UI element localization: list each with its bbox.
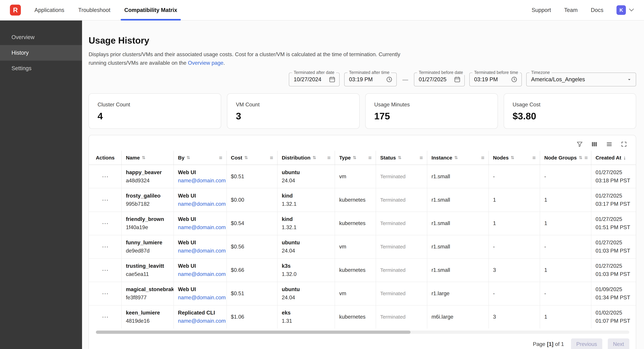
- cell-actions: ⋯: [89, 259, 122, 282]
- column-header-type[interactable]: Type ⇅ ≡: [335, 151, 376, 165]
- column-menu-icon[interactable]: ≡: [327, 155, 331, 161]
- created-date: 01/27/2025: [596, 262, 633, 270]
- sort-icon[interactable]: ⇅: [398, 155, 402, 160]
- calendar-icon[interactable]: [329, 76, 336, 83]
- cell-type: kubernetes: [335, 212, 376, 235]
- nav-item-troubleshoot[interactable]: Troubleshoot: [74, 0, 114, 20]
- nav-item-compatibility-matrix[interactable]: Compatibility Matrix: [121, 0, 181, 20]
- created-by-email-link[interactable]: name@domain.com: [178, 177, 222, 185]
- created-by-email-link[interactable]: name@domain.com: [178, 200, 222, 208]
- column-header-distribution[interactable]: Distribution ⇅ ≡: [278, 151, 335, 165]
- column-menu-icon[interactable]: ≡: [368, 155, 372, 161]
- row-actions-button[interactable]: ⋯: [102, 197, 108, 203]
- column-menu-icon[interactable]: ≡: [532, 155, 536, 161]
- sort-icon[interactable]: ⇅: [142, 155, 146, 160]
- primary-nav: Applications Troubleshoot Compatibility …: [31, 0, 181, 20]
- type-value: kubernetes: [339, 219, 372, 227]
- row-actions-button[interactable]: ⋯: [102, 173, 108, 180]
- cluster-name: magical_stonebraker: [126, 285, 169, 294]
- cell-status: Terminated: [376, 306, 427, 329]
- row-actions-button[interactable]: ⋯: [102, 290, 108, 297]
- column-menu-icon[interactable]: ≡: [270, 155, 273, 161]
- cluster-id: 1f40a19e: [126, 223, 169, 232]
- column-header-status[interactable]: Status ⇅ ≡: [376, 151, 427, 165]
- timezone-select[interactable]: Timezone America/Los_Angeles: [526, 72, 636, 87]
- cell-distribution: ubuntu 24.04: [278, 235, 335, 258]
- created-by-email-link[interactable]: name@domain.com: [178, 270, 222, 278]
- sort-icon[interactable]: ⇅: [579, 155, 582, 160]
- cell-cost: $0.51: [227, 282, 278, 305]
- column-header-created-at[interactable]: Created At ↓: [591, 151, 636, 165]
- column-header-cost[interactable]: Cost ⇅ ≡: [227, 151, 278, 165]
- status-badge: Terminated: [380, 267, 423, 273]
- node-groups-value: -: [544, 289, 587, 298]
- replicated-logo[interactable]: R: [10, 4, 21, 16]
- sidebar-item-settings[interactable]: Settings: [0, 61, 82, 76]
- row-actions-button[interactable]: ⋯: [102, 244, 108, 250]
- row-actions-button[interactable]: ⋯: [102, 314, 108, 320]
- cell-node-groups: 1: [540, 259, 591, 282]
- terminated-before-time-field[interactable]: Terminated before time 03:19 PM: [469, 72, 522, 87]
- nav-link-team[interactable]: Team: [564, 7, 578, 13]
- stat-label: Cluster Count: [98, 102, 212, 108]
- top-navbar: R Applications Troubleshoot Compatibilit…: [0, 0, 644, 20]
- sort-icon[interactable]: ⇅: [454, 155, 458, 160]
- column-menu-icon[interactable]: ≡: [219, 155, 222, 161]
- sort-desc-icon[interactable]: ↓: [623, 155, 626, 161]
- column-header-name[interactable]: Name ⇅: [122, 151, 174, 165]
- sidebar-item-history[interactable]: History: [0, 45, 82, 61]
- cell-name: keen_lumiere 4819de16: [122, 306, 174, 329]
- nodes-value: 3: [493, 266, 536, 274]
- avatar[interactable]: K: [616, 5, 626, 15]
- column-header-node-groups[interactable]: Node Groups ⇅ ≡: [540, 151, 591, 165]
- next-page-button[interactable]: Next: [608, 339, 630, 349]
- cell-status: Terminated: [376, 235, 427, 258]
- created-by-email-link[interactable]: name@domain.com: [178, 317, 222, 325]
- column-menu-icon[interactable]: ≡: [584, 155, 588, 161]
- cluster-count-card: Cluster Count 4: [88, 93, 221, 129]
- cell-distribution: ubuntu 24.04: [278, 165, 335, 188]
- nav-link-support[interactable]: Support: [532, 7, 551, 13]
- clock-icon[interactable]: [386, 76, 393, 83]
- columns-button[interactable]: [591, 140, 598, 148]
- column-header-instance[interactable]: Instance ⇅ ≡: [427, 151, 489, 165]
- previous-page-button[interactable]: Previous: [571, 339, 602, 349]
- sort-icon[interactable]: ⇅: [312, 155, 316, 160]
- created-by-email-link[interactable]: name@domain.com: [178, 294, 222, 302]
- column-header-nodes[interactable]: Nodes ⇅ ≡: [489, 151, 540, 165]
- nav-link-docs[interactable]: Docs: [591, 7, 604, 13]
- sort-icon[interactable]: ⇅: [244, 155, 248, 160]
- row-actions-button[interactable]: ⋯: [102, 220, 108, 227]
- fullscreen-button[interactable]: [620, 140, 628, 148]
- overview-page-link[interactable]: Overview page: [188, 60, 224, 66]
- scrollbar-thumb[interactable]: [96, 331, 410, 334]
- distribution-version: 1.32.1: [282, 223, 330, 232]
- cluster-name: trusting_leavitt: [126, 262, 169, 270]
- terminated-after-date-field[interactable]: Terminated after date 10/27/2024: [289, 72, 340, 87]
- nav-item-applications[interactable]: Applications: [31, 0, 68, 20]
- created-by-email-link[interactable]: name@domain.com: [178, 247, 222, 255]
- column-menu-icon[interactable]: ≡: [481, 155, 484, 161]
- calendar-icon[interactable]: [454, 76, 461, 83]
- account-menu-button[interactable]: K: [616, 5, 634, 15]
- horizontal-scrollbar[interactable]: [96, 331, 629, 334]
- density-button[interactable]: [606, 140, 613, 148]
- row-actions-button[interactable]: ⋯: [102, 267, 108, 273]
- instance-value: r1.small: [432, 172, 484, 181]
- column-header-by[interactable]: By ⇅ ≡: [174, 151, 227, 165]
- distribution-name: eks: [282, 309, 330, 317]
- sort-icon[interactable]: ⇅: [187, 155, 190, 160]
- filter-button[interactable]: [576, 140, 583, 148]
- column-menu-icon[interactable]: ≡: [420, 155, 423, 161]
- terminated-after-time-field[interactable]: Terminated after time 03:19 PM: [344, 72, 397, 87]
- sort-icon[interactable]: ⇅: [511, 155, 514, 160]
- stat-label: Usage Minutes: [374, 102, 489, 108]
- terminated-before-date-field[interactable]: Terminated before date 01/27/2025: [414, 72, 465, 87]
- sidebar-item-overview[interactable]: Overview: [0, 29, 82, 45]
- created-by-email-link[interactable]: name@domain.com: [178, 223, 222, 232]
- navbar-right: Support Team Docs K: [532, 5, 634, 15]
- clock-icon[interactable]: [511, 76, 518, 83]
- column-header-actions[interactable]: Actions: [89, 151, 122, 165]
- sort-icon[interactable]: ⇅: [353, 155, 356, 160]
- cell-name: happy_beaver a48d9324: [122, 165, 174, 188]
